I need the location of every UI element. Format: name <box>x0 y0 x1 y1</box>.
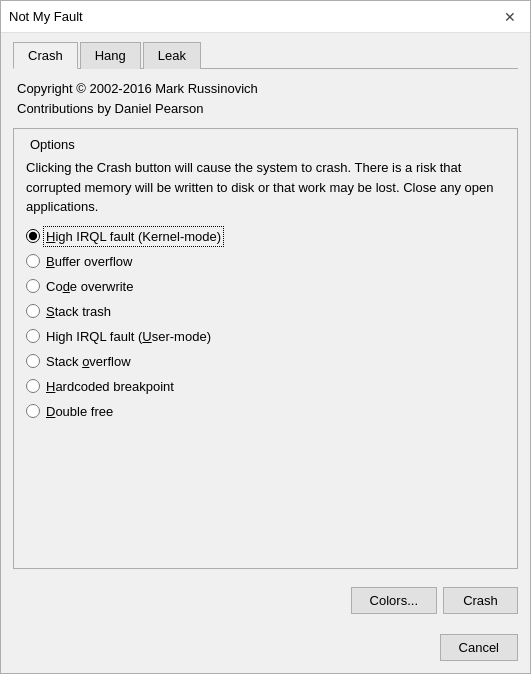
radio-option-7[interactable]: Hardcoded breakpoint <box>26 379 505 394</box>
radio-label-4: Stack trash <box>46 304 111 319</box>
radio-label-6: Stack overflow <box>46 354 131 369</box>
main-window: Not My Fault ✕ Crash Hang Leak Copyright… <box>0 0 531 674</box>
radio-input-7[interactable] <box>26 379 40 393</box>
radio-label-1: High IRQL fault (Kernel-mode) <box>46 229 221 244</box>
radio-input-1[interactable] <box>26 229 40 243</box>
radio-option-6[interactable]: Stack overflow <box>26 354 505 369</box>
close-button[interactable]: ✕ <box>498 5 522 29</box>
radio-option-2[interactable]: Buffer overflow <box>26 254 505 269</box>
radio-input-3[interactable] <box>26 279 40 293</box>
tab-crash[interactable]: Crash <box>13 42 78 69</box>
radio-input-4[interactable] <box>26 304 40 318</box>
action-buttons: Colors... Crash <box>13 587 518 618</box>
radio-input-5[interactable] <box>26 329 40 343</box>
radio-label-7: Hardcoded breakpoint <box>46 379 174 394</box>
window-title: Not My Fault <box>9 9 83 24</box>
tab-leak[interactable]: Leak <box>143 42 201 69</box>
content-area: Crash Hang Leak Copyright © 2002-2016 Ma… <box>1 33 530 626</box>
radio-input-6[interactable] <box>26 354 40 368</box>
radio-option-4[interactable]: Stack trash <box>26 304 505 319</box>
radio-option-3[interactable]: Code overwrite <box>26 279 505 294</box>
colors-button[interactable]: Colors... <box>351 587 437 614</box>
radio-label-2: Buffer overflow <box>46 254 132 269</box>
copyright-section: Copyright © 2002-2016 Mark Russinovich C… <box>13 79 518 118</box>
radio-input-2[interactable] <box>26 254 40 268</box>
options-group: Options Clicking the Crash button will c… <box>13 128 518 569</box>
radio-option-1[interactable]: High IRQL fault (Kernel-mode) <box>26 229 505 244</box>
radio-label-3: Code overwrite <box>46 279 133 294</box>
radio-label-5: High IRQL fault (User-mode) <box>46 329 211 344</box>
tab-bar: Crash Hang Leak <box>13 41 518 69</box>
cancel-button[interactable]: Cancel <box>440 634 518 661</box>
radio-input-8[interactable] <box>26 404 40 418</box>
radio-label-8: Double free <box>46 404 113 419</box>
tab-hang[interactable]: Hang <box>80 42 141 69</box>
warning-text: Clicking the Crash button will cause the… <box>26 158 505 217</box>
radio-option-5[interactable]: High IRQL fault (User-mode) <box>26 329 505 344</box>
copyright-line1: Copyright © 2002-2016 Mark Russinovich <box>17 79 518 99</box>
footer-buttons: Cancel <box>1 626 530 673</box>
copyright-line2: Contributions by Daniel Pearson <box>17 99 518 119</box>
crash-button[interactable]: Crash <box>443 587 518 614</box>
title-bar: Not My Fault ✕ <box>1 1 530 33</box>
options-legend: Options <box>26 137 505 152</box>
radio-option-8[interactable]: Double free <box>26 404 505 419</box>
